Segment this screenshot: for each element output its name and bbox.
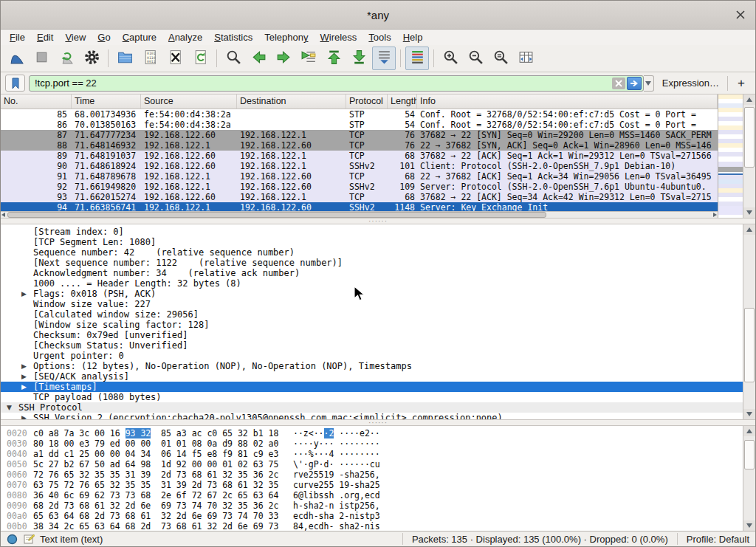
hex-row-0030[interactable]: 003080 18 00 e3 79 ed 00 00 01 01 08 0a …: [1, 438, 743, 449]
detail-line[interactable]: [TCP Segment Len: 1080]: [1, 237, 743, 247]
hex-row-0020[interactable]: 0020c0 a8 7a 3c 00 16 93 32 85 a3 ac c0 …: [1, 428, 743, 438]
detail-line[interactable]: [Calculated window size: 29056]: [1, 309, 743, 320]
detail-line[interactable]: [Checksum Status: Unverified]: [1, 340, 743, 351]
menu-analyze[interactable]: Analyze: [162, 30, 208, 44]
go-previous-packet-button[interactable]: [247, 47, 270, 70]
scroll-down-icon[interactable]: [743, 520, 755, 531]
hex-row-0070[interactable]: 007063 75 72 76 65 32 35 35 31 39 2d 73 …: [1, 480, 743, 490]
detail-line[interactable]: ▶Flags: 0x018 (PSH, ACK): [1, 289, 743, 299]
hex-row-0080[interactable]: 008036 40 6c 69 62 73 73 68 2e 6f 72 67 …: [1, 490, 743, 500]
expander-right-icon[interactable]: ▶: [21, 382, 27, 392]
start-capture-button[interactable]: [4, 47, 28, 70]
detail-line[interactable]: [Next sequence number: 1122 (relative se…: [1, 258, 743, 268]
detail-line[interactable]: ▶SSH Version 2 (encryption:chacha20-poly…: [1, 413, 743, 419]
column-header-destination[interactable]: Destination: [237, 94, 346, 109]
filter-bookmark-button[interactable]: [5, 75, 25, 92]
detail-line[interactable]: Sequence number: 42 (relative sequence n…: [1, 247, 743, 258]
column-header-length[interactable]: Length: [388, 94, 417, 109]
menu-statistics[interactable]: Statistics: [208, 30, 258, 44]
scroll-thumb[interactable]: [744, 308, 755, 382]
packet-row-85[interactable]: 8568.001734936fe:54:00:d4:38:2aSTP54Conf…: [1, 109, 718, 120]
packet-row-93[interactable]: 9371.662015274192.168.122.60192.168.122.…: [1, 192, 718, 202]
packet-row-88[interactable]: 8871.648146932192.168.122.1192.168.122.6…: [1, 140, 718, 151]
restart-capture-button[interactable]: [55, 47, 78, 70]
scroll-down-icon[interactable]: [743, 409, 755, 419]
hex-row-0060[interactable]: 006072 76 65 32 35 35 31 39 2d 73 68 61 …: [1, 469, 743, 480]
scroll-left-icon[interactable]: [1, 213, 5, 217]
scroll-up-icon[interactable]: [743, 224, 755, 235]
detail-line[interactable]: ▶[Timestamps]: [1, 382, 743, 392]
zoom-out-button[interactable]: [464, 47, 487, 70]
packet-list-hscrollbar[interactable]: [1, 211, 718, 218]
packet-row-91[interactable]: 9171.648789678192.168.122.1192.168.122.6…: [1, 171, 718, 182]
expander-down-icon[interactable]: ▼: [7, 402, 12, 413]
go-next-packet-button[interactable]: [272, 47, 295, 70]
find-packet-button[interactable]: [221, 47, 245, 70]
close-button[interactable]: [733, 7, 748, 22]
scroll-up-icon[interactable]: [743, 94, 755, 105]
title-bar[interactable]: *any: [1, 1, 755, 30]
column-header-info[interactable]: Info: [417, 94, 718, 109]
scroll-thumb[interactable]: [744, 440, 755, 470]
detail-line[interactable]: 1000 .... = Header Length: 32 bytes (8): [1, 278, 743, 289]
splitter-top[interactable]: [1, 218, 755, 224]
packet-row-94[interactable]: 9471.663856741192.168.122.1192.168.122.6…: [1, 202, 718, 211]
packet-minimap[interactable]: [718, 94, 743, 218]
packet-list-vscrollbar[interactable]: [743, 94, 755, 218]
scroll-down-icon[interactable]: [743, 207, 755, 218]
column-header-time[interactable]: Time: [72, 94, 141, 109]
go-last-packet-button[interactable]: [347, 47, 371, 70]
reload-capture-file-button[interactable]: [188, 47, 212, 70]
menu-tools[interactable]: Tools: [362, 30, 396, 44]
add-filter-button[interactable]: +: [732, 76, 751, 91]
filter-apply-button[interactable]: [627, 77, 642, 90]
filter-history-dropdown[interactable]: [644, 75, 654, 92]
zoom-100-button[interactable]: [489, 47, 512, 70]
scroll-track[interactable]: [743, 436, 755, 520]
details-vscrollbar[interactable]: [743, 224, 755, 419]
detail-line[interactable]: Window size value: 227: [1, 299, 743, 309]
expander-right-icon[interactable]: ▶: [21, 413, 27, 419]
detail-line[interactable]: ▶Options: (12 bytes), No-Operation (NOP)…: [1, 361, 743, 371]
menu-capture[interactable]: Capture: [117, 30, 162, 44]
packet-row-87[interactable]: 8771.647777234192.168.122.60192.168.122.…: [1, 130, 718, 140]
scroll-up-icon[interactable]: [743, 426, 755, 436]
detail-line[interactable]: Acknowledgment number: 34 (relative ack …: [1, 268, 743, 278]
menu-wireless[interactable]: Wireless: [315, 30, 363, 44]
packet-row-92[interactable]: 9271.661949820192.168.122.1192.168.122.6…: [1, 182, 718, 192]
save-capture-file-button[interactable]: 010101100011: [138, 47, 162, 70]
scroll-thumb[interactable]: [744, 107, 755, 168]
expander-right-icon[interactable]: ▶: [21, 361, 27, 371]
column-header-source[interactable]: Source: [141, 94, 237, 109]
capture-options-button[interactable]: [80, 47, 103, 70]
expression-button[interactable]: Expression…: [658, 78, 724, 89]
menu-help[interactable]: Help: [397, 30, 429, 44]
menu-telephony[interactable]: Telephony: [258, 30, 314, 44]
scroll-track[interactable]: [743, 105, 755, 207]
splitter-bottom[interactable]: [1, 419, 755, 426]
packet-row-86[interactable]: 8670.013850163fe:54:00:d4:38:2aSTP54Conf…: [1, 120, 718, 130]
detail-line[interactable]: Urgent pointer: 0: [1, 351, 743, 361]
hex-row-0050[interactable]: 00505c 27 b2 67 50 ad 64 98 1d 92 00 00 …: [1, 459, 743, 469]
hex-row-0040[interactable]: 0040a1 dd c1 25 00 00 04 34 06 14 f5 e8 …: [1, 449, 743, 459]
go-to-packet-button[interactable]: [297, 47, 320, 70]
detail-line[interactable]: [Stream index: 0]: [1, 227, 743, 237]
stop-capture-button[interactable]: [30, 47, 53, 70]
packet-row-90[interactable]: 9071.648618924192.168.122.60192.168.122.…: [1, 161, 718, 171]
profile-button[interactable]: Profile: Default: [687, 534, 749, 545]
colorize-packets-button[interactable]: [405, 47, 429, 70]
expander-right-icon[interactable]: ▶: [21, 289, 27, 299]
detail-line[interactable]: ▶[SEQ/ACK analysis]: [1, 371, 743, 382]
resize-columns-button[interactable]: [514, 47, 537, 70]
filter-input[interactable]: !tcp.port == 22: [29, 75, 644, 92]
hex-row-00a0[interactable]: 00a065 63 64 68 2d 73 68 61 32 2d 6e 69 …: [1, 511, 743, 521]
detail-line[interactable]: ▼SSH Protocol: [1, 402, 743, 413]
column-header-protocol[interactable]: Protocol: [346, 94, 388, 109]
detail-line[interactable]: [Window size scaling factor: 128]: [1, 320, 743, 330]
expander-right-icon[interactable]: ▶: [21, 371, 27, 382]
column-header-no[interactable]: No.: [1, 94, 72, 109]
hex-row-00b0[interactable]: 00b038 34 2c 65 63 64 68 2d 73 68 61 32 …: [1, 521, 743, 531]
expert-info-button[interactable]: [7, 534, 18, 545]
hex-row-0090[interactable]: 009068 2d 73 68 61 32 2d 6e 69 73 74 70 …: [1, 500, 743, 511]
menu-edit[interactable]: Edit: [31, 30, 59, 44]
